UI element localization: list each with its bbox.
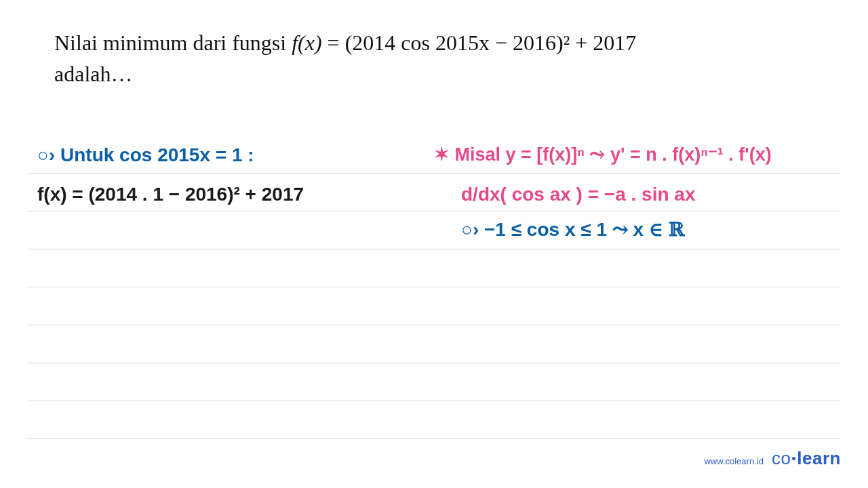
question-line1-pre: Nilai minimum dari fungsi	[54, 30, 292, 55]
rule-line	[27, 325, 841, 363]
rule-line	[27, 363, 841, 401]
rule-line	[27, 401, 841, 439]
question-fx: f(x)	[292, 30, 321, 55]
page: Nilai minimum dari fungsi f(x) = (2014 c…	[0, 0, 868, 488]
logo-learn: learn	[797, 448, 841, 468]
logo-dot-icon	[792, 457, 795, 460]
ruled-lines	[27, 136, 841, 439]
work-right-line3: ○› −1 ≤ cos x ≤ 1 ⤳ x ∈ ℝ	[461, 218, 684, 241]
work-right-line1: ✶ Misal y = [f(x)]ⁿ ⤳ y' = n . f(x)ⁿ⁻¹ .…	[434, 144, 772, 165]
logo-co: co	[772, 448, 791, 468]
work-left-line2: f(x) = (2014 . 1 − 2016)² + 2017	[37, 183, 304, 206]
question-line2: adalah…	[54, 62, 133, 86]
footer: www.colearn.id colearn	[704, 448, 841, 469]
question-text: Nilai minimum dari fungsi f(x) = (2014 c…	[54, 27, 827, 90]
work-left-line1: ○› Untuk cos 2015x = 1 :	[37, 144, 254, 167]
work-right-line2: d/dx( cos ax ) = −a . sin ax	[461, 183, 696, 206]
rule-line	[27, 287, 841, 325]
question-line1-post: = (2014 cos 2015x − 2016)² + 2017	[322, 30, 637, 55]
footer-url: www.colearn.id	[704, 456, 763, 466]
rule-line	[27, 211, 841, 249]
footer-logo: colearn	[772, 448, 841, 469]
rule-line	[27, 249, 841, 287]
